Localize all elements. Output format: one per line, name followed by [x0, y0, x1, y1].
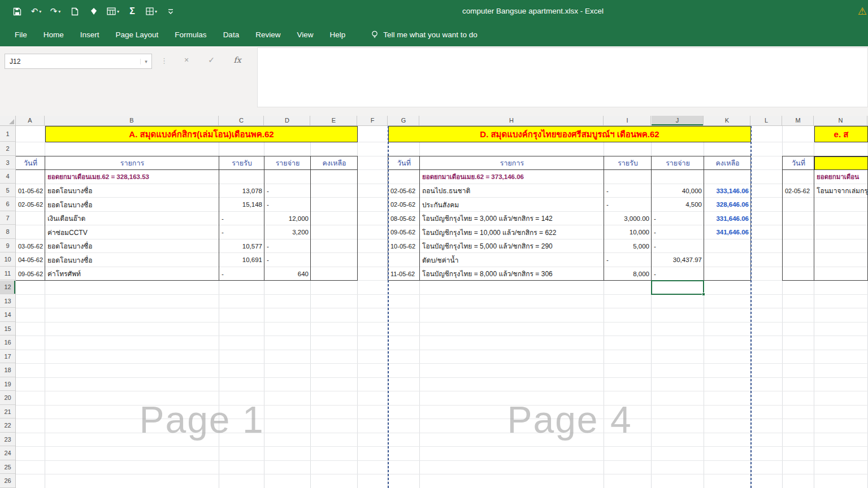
cell-B8[interactable]: ค่าซ่อมCCTV [45, 225, 219, 239]
row-header-20[interactable]: 20 [0, 391, 15, 405]
format-painter-icon[interactable] [87, 4, 101, 19]
row-header-3[interactable]: 3 [0, 156, 15, 170]
cell-I8[interactable]: 10,000 [604, 225, 652, 239]
cell-N4[interactable]: ยอดยกมาเดือน [814, 170, 868, 184]
row-header-11[interactable]: 11 [0, 267, 15, 281]
cell-M5[interactable]: 02-05-62 [783, 184, 814, 198]
row-header-25[interactable]: 25 [0, 461, 15, 474]
save-icon[interactable] [10, 4, 24, 19]
tab-insert[interactable]: Insert [80, 30, 99, 39]
cell-I11[interactable]: 8,000 [604, 267, 652, 281]
row-header-5[interactable]: 5 [0, 184, 15, 198]
cell-K6[interactable]: 328,646.06 [704, 198, 751, 212]
cell-H5[interactable]: ถอนไปธ.ธนชาติ [420, 184, 604, 198]
tab-formulas[interactable]: Formulas [175, 30, 206, 39]
row-header-9[interactable]: 9 [0, 239, 15, 253]
fill-handle[interactable] [702, 293, 705, 296]
table-icon[interactable]: ▾ [106, 4, 120, 19]
row-header-4[interactable]: 4 [0, 170, 15, 184]
cell-M3[interactable]: วันที่ [783, 156, 814, 171]
cell-D9[interactable]: - [264, 239, 311, 254]
cell-J8[interactable]: - [652, 225, 704, 239]
cell-C10[interactable]: 10,691 [219, 253, 264, 267]
cell-B9[interactable]: ยอดโอนบางซื่อ [45, 239, 219, 254]
row-header-23[interactable]: 23 [0, 433, 15, 447]
column-header-F[interactable]: F [358, 116, 388, 125]
cell-J11[interactable]: - [652, 267, 704, 281]
row-header-26[interactable]: 26 [0, 474, 15, 488]
cell-H9[interactable]: โอนบัญชีกรุงไทย = 5,000 แล้ว/ชกสิกร = 29… [420, 239, 604, 254]
cell-B7[interactable]: เงินเดือนอ๊าด [45, 212, 219, 226]
column-header-B[interactable]: B [45, 116, 219, 125]
cell-J6[interactable]: 4,500 [652, 198, 704, 212]
row-header-19[interactable]: 19 [0, 378, 15, 391]
row-header-14[interactable]: 14 [0, 308, 15, 322]
column-header-N[interactable]: N [814, 116, 867, 125]
cell-B11[interactable]: ค่าโทรศัพท์ [45, 267, 219, 281]
cell-A3[interactable]: วันที่ [16, 156, 45, 171]
cell-J9[interactable]: - [652, 239, 704, 254]
row-header-17[interactable]: 17 [0, 350, 15, 364]
cell-I3[interactable]: รายรับ [604, 156, 652, 171]
cell-E3[interactable]: คงเหลือ [311, 156, 358, 171]
row-header-1[interactable]: 1 [0, 126, 15, 142]
cell-A5[interactable]: 01-05-62 [16, 184, 45, 198]
warning-icon[interactable]: ⚠ [858, 5, 867, 18]
name-box-dropdown-icon[interactable]: ▾ [140, 59, 151, 64]
cell-C11[interactable]: - [219, 267, 264, 281]
cell-I5[interactable]: - [604, 184, 652, 198]
cell-J5[interactable]: 40,000 [652, 184, 704, 198]
cell-area[interactable]: Page 1Page 4A. สมุดแบงค์กสิกร(เล่มโอน)เด… [0, 126, 868, 488]
row-header-6[interactable]: 6 [0, 198, 15, 211]
cell-J3[interactable]: รายจ่าย [652, 156, 704, 171]
row-header-13[interactable]: 13 [0, 295, 15, 308]
row-header-15[interactable]: 15 [0, 323, 15, 336]
select-all-corner[interactable] [0, 116, 16, 126]
tab-page-layout[interactable]: Page Layout [116, 30, 159, 39]
cell-H11[interactable]: โอนบัญชีกรุงไทย = 8,000 แล้ว/ชกสิกร = 30… [420, 267, 604, 281]
cell-H10[interactable]: ตัดบ/ชค่าน้ำ [420, 253, 604, 267]
cell-I7[interactable]: 3,000.00 [604, 212, 652, 226]
borders-icon[interactable]: ▾ [145, 4, 158, 19]
column-header-K[interactable]: K [704, 116, 750, 125]
cell-A9[interactable]: 03-05-62 [16, 239, 45, 254]
autosum-icon[interactable]: Σ [125, 4, 139, 19]
cell-C7[interactable]: - [219, 212, 264, 226]
name-box[interactable]: J12 ▾ [5, 54, 152, 69]
column-header-J[interactable]: J [652, 116, 704, 125]
column-header-C[interactable]: C [219, 116, 264, 125]
column-header-L[interactable]: L [751, 116, 782, 125]
cell-G8[interactable]: 09-05-62 [388, 225, 420, 239]
cell-B1[interactable]: A. สมุดแบงค์กสิกร(เล่มโอน)เดือนพค.62 [45, 126, 358, 142]
tell-me[interactable]: Tell me what you want to do [371, 30, 478, 39]
tab-view[interactable]: View [297, 30, 313, 39]
cell-I9[interactable]: 5,000 [604, 239, 652, 254]
cell-D6[interactable]: - [264, 198, 311, 212]
cell-A10[interactable]: 04-05-62 [16, 253, 45, 267]
cell-K3[interactable]: คงเหลือ [704, 156, 751, 171]
column-header-A[interactable]: A [16, 116, 45, 125]
row-header-12[interactable]: 12 [0, 281, 15, 294]
cell-J10[interactable]: 30,437.97 [652, 253, 704, 267]
column-header-G[interactable]: G [388, 116, 419, 125]
cell-I10[interactable]: - [604, 253, 652, 267]
row-header-22[interactable]: 22 [0, 419, 15, 433]
cell-G11[interactable]: 11-05-62 [388, 267, 420, 281]
cell-B5[interactable]: ยอดโอนบางซื่อ [45, 184, 219, 198]
tab-home[interactable]: Home [44, 30, 64, 39]
row-header-7[interactable]: 7 [0, 212, 15, 225]
tab-review[interactable]: Review [255, 30, 280, 39]
cell-C3[interactable]: รายรับ [219, 156, 264, 171]
cell-B6[interactable]: ยอดโอนบางซื่อ [45, 198, 219, 212]
cell-D5[interactable]: - [264, 184, 311, 198]
row-header-16[interactable]: 16 [0, 336, 15, 350]
cell-A6[interactable]: 02-05-62 [16, 198, 45, 212]
cell-K7[interactable]: 331,646.06 [704, 212, 751, 226]
cell-B10[interactable]: ยอดโอนบางซื่อ [45, 253, 219, 267]
cell-C8[interactable]: - [219, 225, 264, 239]
column-header-E[interactable]: E [311, 116, 357, 125]
cell-C9[interactable]: 10,577 [219, 239, 264, 254]
cell-C6[interactable]: 15,148 [219, 198, 264, 212]
column-header-D[interactable]: D [264, 116, 310, 125]
cell-G1[interactable]: D. สมุดแบงค์กรุงไทยของศรีสมบูรณ์ฯ เดือนพ… [388, 126, 751, 142]
